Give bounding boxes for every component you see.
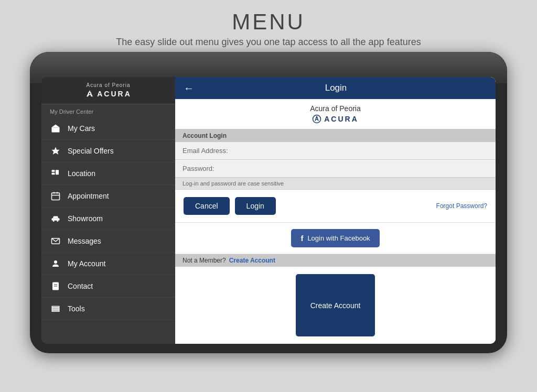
create-account-section: Create Account [175, 267, 496, 344]
sidebar-item-label-tools: Tools [68, 304, 85, 313]
car-icon [50, 213, 61, 224]
sidebar-section-label: My Driver Center [41, 104, 175, 117]
person-icon [50, 258, 61, 269]
sidebar-item-label-my-account: My Account [68, 259, 105, 268]
facebook-login-label: Login with Facebook [307, 234, 370, 242]
garage-icon [50, 123, 61, 134]
svg-rect-0 [52, 128, 60, 133]
forgot-password-link[interactable]: Forgot Password? [436, 202, 487, 210]
sidebar-item-special-offers[interactable]: Special Offers [41, 140, 175, 162]
sidebar-acura-logo: ACURA [85, 89, 132, 99]
back-button[interactable]: ← [184, 82, 194, 94]
svg-rect-19 [52, 308, 59, 309]
svg-rect-5 [56, 170, 59, 175]
password-label: Password: [182, 165, 214, 172]
location-icon [50, 168, 61, 179]
login-panel-title: Login [200, 83, 487, 93]
dealer-banner: Acura of Peoria ACURA [175, 99, 496, 129]
sidebar-item-my-cars[interactable]: My Cars [41, 117, 175, 140]
device-screen: Acura of Peoria ACURA My Driver Center [41, 77, 496, 344]
sidebar-item-messages[interactable]: Messages [41, 230, 175, 253]
svg-rect-20 [52, 310, 59, 311]
contact-icon [50, 280, 61, 292]
svg-rect-10 [52, 218, 60, 221]
svg-rect-3 [52, 170, 55, 172]
device-frame: Acura of Peoria ACURA My Driver Center [30, 52, 507, 353]
case-sensitive-note: Log-in and password are case sensitive [175, 178, 496, 190]
cancel-button[interactable]: Cancel [184, 197, 230, 215]
calendar-icon [50, 190, 61, 202]
sidebar-item-label-location: Location [68, 169, 95, 178]
sidebar: Acura of Peoria ACURA My Driver Center [41, 77, 175, 344]
acura-symbol-icon [85, 89, 94, 99]
sidebar-item-label-special-offers: Special Offers [68, 147, 114, 155]
svg-point-14 [54, 260, 57, 264]
create-account-button[interactable]: Create Account [296, 274, 375, 336]
not-member-text: Not a Member? [182, 257, 226, 264]
facebook-login-section: f Login with Facebook [175, 223, 496, 254]
password-field[interactable]: Password: [175, 160, 496, 178]
email-field[interactable]: Email Address: [175, 142, 496, 160]
login-actions: Cancel Login Forgot Password? [175, 190, 496, 223]
svg-marker-1 [51, 125, 60, 128]
page-title: MENU [116, 9, 421, 35]
tools-icon [50, 303, 61, 314]
sidebar-header: Acura of Peoria ACURA [41, 77, 175, 104]
sidebar-acura-text: ACURA [97, 90, 132, 98]
sidebar-item-showroom[interactable]: Showroom [41, 208, 175, 230]
dealer-name: Acura of Peoria [310, 104, 361, 113]
not-member-bar: Not a Member? Create Account [175, 254, 496, 267]
dealer-acura-text: ACURA [324, 115, 359, 123]
sidebar-item-label-appointment: Appointment [68, 192, 109, 200]
facebook-login-button[interactable]: f Login with Facebook [291, 229, 379, 247]
svg-rect-18 [52, 307, 59, 308]
sidebar-item-my-account[interactable]: My Account [41, 253, 175, 275]
sidebar-item-label-showroom: Showroom [68, 214, 103, 223]
dealer-acura-logo: ACURA [312, 114, 359, 124]
svg-point-12 [57, 220, 58, 222]
email-label: Email Address: [182, 147, 228, 155]
sidebar-item-label-messages: Messages [68, 237, 101, 245]
create-account-link[interactable]: Create Account [229, 257, 275, 264]
facebook-icon: f [300, 234, 303, 243]
svg-rect-4 [52, 173, 55, 175]
sidebar-item-location[interactable]: Location [41, 162, 175, 185]
login-header: ← Login [175, 77, 496, 99]
dealer-acura-symbol-icon [312, 114, 321, 124]
top-text-area: MENU The easy slide out menu gives you o… [105, 0, 431, 52]
account-login-label: Account Login [175, 129, 496, 142]
sidebar-item-label-contact: Contact [68, 282, 93, 290]
sidebar-item-label-my-cars: My Cars [68, 124, 95, 133]
svg-marker-2 [52, 147, 60, 155]
sidebar-item-contact[interactable]: Contact [41, 275, 175, 298]
sidebar-brand-name: Acura of Peoria [87, 82, 131, 88]
login-button[interactable]: Login [235, 197, 276, 215]
sidebar-item-appointment[interactable]: Appointment [41, 185, 175, 208]
svg-rect-6 [52, 193, 60, 200]
sidebar-item-tools[interactable]: Tools [41, 298, 175, 320]
star-icon [50, 145, 61, 157]
envelope-icon [50, 235, 61, 247]
svg-point-11 [53, 220, 55, 222]
main-content: ← Login Acura of Peoria ACURA Account Lo… [175, 77, 496, 344]
page-subtitle: The easy slide out menu gives you one ta… [116, 37, 421, 48]
